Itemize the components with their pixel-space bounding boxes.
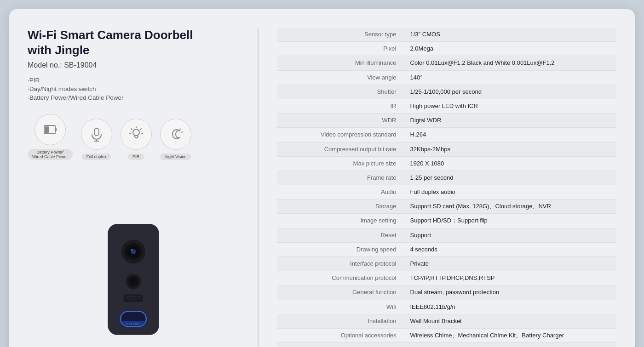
svg-line-9 bbox=[131, 129, 132, 130]
spec-label: Optional accessories bbox=[277, 328, 406, 342]
spec-value: Wall Mount Bracket bbox=[406, 314, 617, 328]
right-panel: Sensor type1/3" CMOSPixel2.0MegaMin illu… bbox=[277, 28, 617, 347]
spec-value: 1920 X 1080 bbox=[406, 156, 617, 171]
spec-label: Drawing speed bbox=[277, 242, 406, 256]
spec-label: Audio bbox=[277, 185, 406, 199]
spec-value: 32Kbps-2Mbps bbox=[406, 142, 617, 156]
spec-row: Video compression standardH.264 bbox=[277, 128, 617, 142]
left-panel: Wi-Fi Smart Camera Doorbellwith Jingle M… bbox=[28, 28, 239, 347]
spec-label: IR bbox=[277, 99, 406, 113]
spec-row: Drawing speed4 seconds bbox=[277, 242, 617, 256]
spec-row: Max picture size1920 X 1080 bbox=[277, 156, 617, 171]
spec-value: Dual stream, password protection bbox=[406, 285, 617, 300]
spec-value: Color 0.01Lux@F1.2 Black and White 0.001… bbox=[406, 56, 617, 70]
spec-value: 1-25 per second bbox=[406, 171, 617, 185]
spec-label: Compressed output bit rate bbox=[277, 142, 406, 156]
svg-line-12 bbox=[180, 129, 181, 130]
spec-row: Communication protocolTCP/IP,HTTP,DHCP,D… bbox=[277, 271, 617, 285]
feature-item: ·Day/Night modes switch bbox=[28, 85, 239, 92]
spec-value: Support bbox=[406, 228, 617, 242]
spec-row: AudioFull duplex audio bbox=[277, 185, 617, 199]
spec-row: Frame rate1-25 per second bbox=[277, 171, 617, 185]
spec-row: StorageSupport SD card (Max. 128G)、Cloud… bbox=[277, 199, 617, 214]
svg-point-6 bbox=[133, 129, 139, 136]
spec-value: Digtal WDR bbox=[406, 114, 617, 128]
mic-label: Full duplex bbox=[82, 154, 111, 160]
spec-label: WDR bbox=[277, 114, 406, 128]
spec-label: Image setting bbox=[277, 214, 406, 228]
spec-label: General function bbox=[277, 285, 406, 300]
spec-row: Image settingSupport HD/SD；Support flip bbox=[277, 214, 617, 228]
spec-value: 140° bbox=[406, 70, 617, 85]
spec-row: Sensor type1/3" CMOS bbox=[277, 28, 617, 42]
spec-row: View angle140° bbox=[277, 70, 617, 85]
spec-label: Min illuminance bbox=[277, 56, 406, 70]
spec-row: IRHigh power LED with ICR bbox=[277, 99, 617, 113]
svg-point-19 bbox=[131, 249, 132, 251]
battery-icon-circle bbox=[34, 114, 66, 145]
spec-value: TCP/IP,HTTP,DHCP,DNS,RTSP bbox=[406, 271, 617, 285]
spec-label: Triggering bbox=[277, 343, 406, 347]
icon-pir: PIR bbox=[121, 119, 152, 160]
spec-row: Compressed output bit rate32Kbps-2Mbps bbox=[277, 142, 617, 156]
feature-item: ·PIR bbox=[28, 77, 239, 84]
spec-label: Installation bbox=[277, 314, 406, 328]
spec-label: Shutter bbox=[277, 85, 406, 99]
svg-rect-31 bbox=[121, 321, 145, 324]
spec-label: Frame rate bbox=[277, 171, 406, 185]
spec-value: Full duplex audio bbox=[406, 185, 617, 199]
pir-icon-circle bbox=[121, 119, 152, 150]
product-title: Wi-Fi Smart Camera Doorbellwith Jingle bbox=[28, 28, 239, 57]
spec-row: WifiIEEE802.11b/g/n bbox=[277, 300, 617, 314]
spec-label: Wifi bbox=[277, 300, 406, 314]
svg-line-8 bbox=[140, 129, 141, 130]
icons-row: Battery Power/Wired Cable Power Full dup… bbox=[28, 114, 239, 160]
spec-label: View angle bbox=[277, 70, 406, 85]
icon-mic: Full duplex bbox=[81, 119, 112, 160]
spec-label: Storage bbox=[277, 199, 406, 214]
spec-row: Shutter1/25-1/100,000 per second bbox=[277, 85, 617, 99]
spec-value: H.264 bbox=[406, 128, 617, 142]
svg-rect-3 bbox=[94, 128, 99, 136]
spec-table: Sensor type1/3" CMOSPixel2.0MegaMin illu… bbox=[277, 28, 617, 347]
spec-row: General functionDual stream, password pr… bbox=[277, 285, 617, 300]
night-label: Night Vision bbox=[160, 154, 191, 160]
svg-rect-1 bbox=[55, 128, 57, 131]
spec-value: High power LED with ICR bbox=[406, 99, 617, 113]
spec-label: Pixel bbox=[277, 42, 406, 56]
svg-rect-2 bbox=[45, 126, 49, 133]
night-icon-circle bbox=[160, 119, 191, 150]
spec-value: Private bbox=[406, 257, 617, 271]
spec-value: 4 seconds bbox=[406, 242, 617, 256]
model-number: Model no.: SB-19004 bbox=[28, 61, 239, 69]
spec-row: Min illuminanceColor 0.01Lux@F1.2 Black … bbox=[277, 56, 617, 70]
panel-divider bbox=[258, 28, 259, 347]
spec-row: Optional accessoriesWireless Chime、Mecha… bbox=[277, 328, 617, 342]
features-list: ·PIR ·Day/Night modes switch ·Battery Po… bbox=[28, 77, 239, 103]
spec-value: 1/25-1/100,000 per second bbox=[406, 85, 617, 99]
spec-row: ResetSupport bbox=[277, 228, 617, 242]
spec-value: Wireless Chime、Mechanical Chime Kit、Batt… bbox=[406, 328, 617, 342]
spec-value: Support SD card (Max. 128G)、Cloud storag… bbox=[406, 199, 617, 214]
spec-label: Sensor type bbox=[277, 28, 406, 42]
icon-night: Night Vision bbox=[160, 119, 191, 160]
svg-line-13 bbox=[181, 132, 183, 132]
spec-value: 2.0Mega bbox=[406, 42, 617, 56]
spec-label: Communication protocol bbox=[277, 271, 406, 285]
spec-label: Max picture size bbox=[277, 156, 406, 171]
icon-battery: Battery Power/Wired Cable Power bbox=[28, 114, 73, 160]
spec-value: 1/3" CMOS bbox=[406, 28, 617, 42]
spec-row: WDRDigtal WDR bbox=[277, 114, 617, 128]
battery-label: Battery Power/Wired Cable Power bbox=[28, 149, 73, 160]
spec-row: Interface protocolPrivate bbox=[277, 257, 617, 271]
spec-label: Reset bbox=[277, 228, 406, 242]
spec-row: InstallationWall Mount Bracket bbox=[277, 314, 617, 328]
feature-item: ·Battery Power/Wired Cable Power bbox=[28, 94, 239, 101]
mic-icon-circle bbox=[81, 119, 112, 150]
pir-label: PIR bbox=[128, 154, 144, 160]
spec-row: Pixel2.0Mega bbox=[277, 42, 617, 56]
product-card: Wi-Fi Smart Camera Doorbellwith Jingle M… bbox=[9, 9, 635, 347]
doorbell-image: RAPLINK bbox=[28, 174, 239, 347]
spec-value: Support PIR triggering bbox=[406, 343, 617, 347]
spec-label: Interface protocol bbox=[277, 257, 406, 271]
